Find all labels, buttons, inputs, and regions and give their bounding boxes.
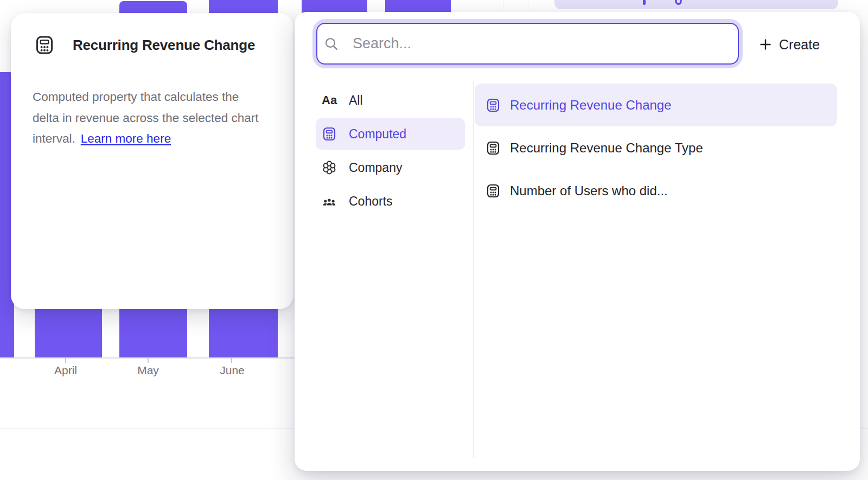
filter-item-company[interactable]: Company: [316, 152, 465, 183]
search-icon: [324, 36, 339, 51]
search-results-list: Recurring Revenue Change Recurring Reven…: [475, 84, 837, 212]
partially-visible-chip[interactable]: [554, 0, 838, 9]
tooltip-description: Computed property that calculates the de…: [33, 87, 277, 150]
calculator-icon: [486, 183, 501, 199]
filter-item-cohorts[interactable]: Cohorts: [316, 185, 465, 217]
calculator-icon: [486, 98, 501, 113]
tooltip-description-line: Computed property that calculates the: [33, 87, 277, 108]
panel-column-divider: [473, 81, 474, 458]
calculator-icon: [322, 126, 337, 142]
chart-x-axis: [0, 357, 304, 359]
create-button-label: Create: [779, 37, 820, 53]
cutoff-text-fragment: [675, 0, 682, 5]
property-picker-panel: Create Aa All Computed Company Cohorts: [295, 12, 860, 471]
calculator-icon: [486, 140, 501, 156]
axis-label: June: [220, 364, 245, 377]
axis-tick: [65, 358, 66, 363]
result-item-recurring-revenue-change[interactable]: Recurring Revenue Change: [475, 84, 837, 126]
calculator-icon: [34, 35, 55, 55]
result-item-number-of-users-who-did[interactable]: Number of Users who did...: [475, 169, 837, 212]
tooltip-description-line: delta in revenue across the selected cha…: [33, 108, 277, 129]
aa-text-icon: Aa: [322, 93, 337, 107]
cohorts-people-icon: [322, 194, 337, 209]
filter-item-all[interactable]: Aa All: [316, 85, 465, 116]
search-field[interactable]: [316, 23, 739, 65]
plus-icon: [759, 38, 772, 51]
cutoff-text-fragment: [643, 0, 646, 5]
screen: AprilMayJune Recurring Revenue Change Co…: [0, 0, 868, 480]
result-item-recurring-revenue-change-type[interactable]: Recurring Revenue Change Type: [475, 126, 837, 169]
axis-tick: [148, 358, 149, 363]
axis-tick: [231, 358, 232, 363]
search-focus-ring: [312, 19, 743, 68]
create-button[interactable]: Create: [759, 31, 820, 57]
filter-list: Aa All Computed Company Cohorts: [316, 85, 465, 217]
axis-label: May: [137, 364, 159, 377]
property-tooltip-card: Recurring Revenue Change Computed proper…: [11, 13, 293, 309]
tooltip-description-line: interval.Learn more here: [33, 129, 277, 150]
search-input[interactable]: [352, 35, 727, 53]
learn-more-link[interactable]: Learn more here: [81, 132, 171, 145]
axis-label: April: [54, 364, 77, 377]
company-cluster-icon: [322, 160, 337, 175]
tooltip-title: Recurring Revenue Change: [73, 37, 255, 54]
filter-item-computed[interactable]: Computed: [316, 118, 465, 150]
